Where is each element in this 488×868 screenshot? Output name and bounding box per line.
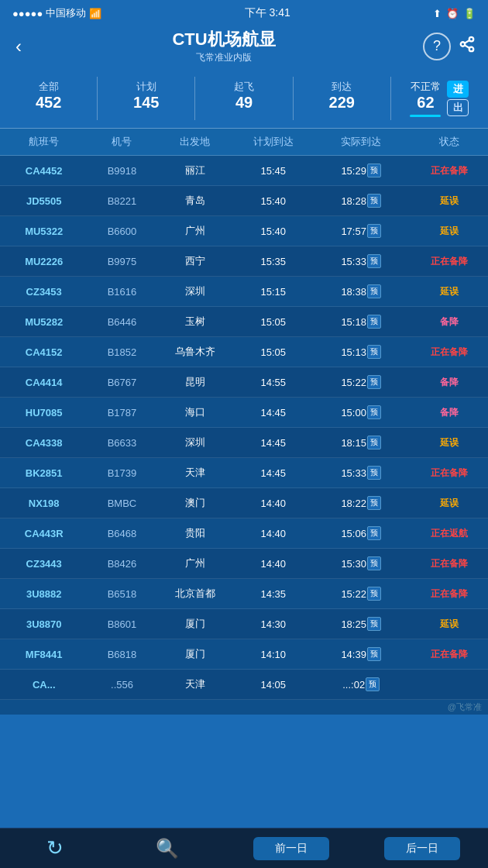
stat-arrive[interactable]: 到达 229: [294, 77, 391, 120]
table-row[interactable]: MF8441 B6818 厦门 14:10 14:39 预 正在备降: [0, 639, 488, 670]
td-plan: 15:05: [234, 346, 312, 358]
table-row[interactable]: CZ3453 B1616 深圳 15:15 18:38 预 延误: [0, 277, 488, 307]
td-status: 延误: [410, 285, 488, 298]
table-row[interactable]: CA4152 B1852 乌鲁木齐 15:05 15:13 预 正在备降: [0, 337, 488, 367]
search-icon: 🔍: [156, 838, 179, 859]
svg-line-3: [465, 45, 469, 48]
table-row[interactable]: MU5282 B6446 玉树 15:05 15:18 预 备降: [0, 307, 488, 337]
actual-time: 18:25: [341, 618, 366, 630]
td-plane: B6446: [88, 316, 156, 328]
td-status: 正在备降: [410, 587, 488, 601]
td-actual: 15:00 预: [312, 405, 410, 419]
next-day-button[interactable]: 后一日: [384, 837, 460, 860]
td-actual: 17:57 预: [312, 224, 410, 238]
table-row[interactable]: CA4452 B9918 丽江 15:45 15:29 预 正在备降: [0, 156, 488, 186]
flight-table: CA4452 B9918 丽江 15:45 15:29 预 正在备降 JD550…: [0, 156, 488, 700]
td-status: 延误: [410, 436, 488, 450]
svg-line-4: [465, 40, 469, 43]
table-row[interactable]: CZ3443 B8426 广州 14:40 15:30 预 正在备降: [0, 549, 488, 579]
app-subtitle: 飞常准业内版: [25, 51, 423, 64]
est-badge: 预: [367, 315, 381, 329]
stat-abnormal-value: 62: [410, 94, 441, 112]
td-plane: B8426: [88, 558, 156, 570]
stat-depart-label: 起飞: [195, 80, 292, 94]
actual-time: ...:02: [342, 679, 365, 691]
td-origin: 广州: [156, 556, 235, 570]
share-button[interactable]: [459, 36, 476, 57]
back-button[interactable]: ‹: [12, 33, 25, 60]
est-badge: 预: [367, 345, 381, 359]
td-flight: MF8441: [0, 649, 88, 660]
td-actual: 18:22 预: [312, 496, 410, 510]
refresh-button[interactable]: ↻: [28, 830, 82, 866]
td-flight: MU5282: [0, 316, 88, 328]
table-row[interactable]: 3U8882 B6518 北京首都 14:35 15:22 预 正在备降: [0, 579, 488, 609]
td-status: 延误: [410, 195, 488, 208]
td-status: 延误: [410, 225, 488, 238]
table-row[interactable]: CA4414 B6767 昆明 14:55 15:22 预 备降: [0, 367, 488, 398]
actual-time: 15:18: [341, 316, 366, 328]
stat-all[interactable]: 全部 452: [0, 77, 98, 120]
est-badge: 预: [367, 587, 381, 601]
td-flight: HU7085: [0, 407, 88, 418]
table-row[interactable]: CA... ..556 天津 14:05 ...:02 预: [0, 670, 488, 700]
td-plan: 15:40: [234, 226, 312, 237]
stat-plan[interactable]: 计划 145: [98, 77, 195, 120]
prev-day-button[interactable]: 前一日: [253, 837, 329, 860]
td-actual: 18:15 预: [312, 436, 410, 450]
help-button[interactable]: ?: [423, 33, 451, 60]
actual-time: 15:22: [341, 588, 366, 600]
table-row[interactable]: CA4338 B6633 深圳 14:45 18:15 预 延误: [0, 428, 488, 458]
td-actual: 14:39 预: [312, 647, 410, 661]
th-plane: 机号: [88, 135, 156, 149]
td-plane: ..556: [88, 679, 156, 691]
status-left: ●●●●● 中国移动 📶: [12, 6, 101, 20]
table-row[interactable]: JD5505 B8221 青岛 15:40 18:28 预 延误: [0, 186, 488, 216]
header-title-block: CTU机场航显 飞常准业内版: [25, 28, 423, 64]
table-row[interactable]: MU5322 B6600 广州 15:40 17:57 预 延误: [0, 216, 488, 246]
stat-depart-value: 49: [195, 94, 292, 112]
header: ‹ CTU机场航显 飞常准业内版 ?: [0, 23, 488, 72]
td-status: 正在备降: [410, 255, 488, 268]
search-button[interactable]: 🔍: [137, 832, 198, 866]
stat-arrive-value: 229: [294, 94, 390, 112]
td-actual: 18:25 预: [312, 617, 410, 631]
td-flight: NX198: [0, 498, 88, 509]
stat-depart[interactable]: 起飞 49: [195, 77, 293, 120]
table-row[interactable]: CA443R B6468 贵阳 14:40 15:06 预 正在返航: [0, 518, 488, 549]
toggle-inbound[interactable]: 进: [447, 81, 469, 98]
stat-all-label: 全部: [0, 80, 97, 94]
table-row[interactable]: MU2226 B9975 西宁 15:35 15:33 预 正在备降: [0, 246, 488, 277]
est-badge: 预: [367, 556, 381, 570]
td-origin: 厦门: [156, 647, 235, 661]
est-badge: 预: [367, 254, 381, 268]
td-origin: 广州: [156, 224, 235, 238]
stat-abnormal[interactable]: 不正常 62 进 出: [391, 77, 488, 120]
toggle-outbound[interactable]: 出: [447, 99, 469, 116]
td-flight: CA4414: [0, 377, 88, 388]
table-row[interactable]: 3U8870 B8601 厦门 14:30 18:25 预 延误: [0, 609, 488, 639]
est-badge: 预: [367, 405, 381, 419]
td-status: 备降: [410, 406, 488, 419]
status-time: 下午 3:41: [245, 6, 290, 20]
td-plane: BMBC: [88, 498, 156, 509]
td-plan: 15:35: [234, 256, 312, 267]
td-flight: CA4338: [0, 437, 88, 449]
table-row[interactable]: NX198 BMBC 澳门 14:40 18:22 预 延误: [0, 488, 488, 518]
td-flight: 3U8882: [0, 588, 88, 600]
td-flight: MU5322: [0, 226, 88, 237]
td-flight: 3U8870: [0, 618, 88, 630]
td-origin: 深圳: [156, 436, 235, 450]
th-status: 状态: [410, 135, 488, 149]
td-plane: B6468: [88, 528, 156, 539]
td-actual: 15:33 预: [312, 254, 410, 268]
td-plan: 14:55: [234, 377, 312, 388]
wifi-icon: 📶: [89, 8, 101, 19]
td-actual: 15:22 预: [312, 587, 410, 601]
actual-time: 18:22: [341, 498, 366, 509]
table-row[interactable]: HU7085 B1787 海口 14:45 15:00 预 备降: [0, 398, 488, 428]
est-badge: 预: [367, 647, 381, 661]
table-row[interactable]: BK2851 B1739 天津 14:45 15:33 预 正在备降: [0, 458, 488, 488]
td-status: 正在备降: [410, 346, 488, 359]
td-plane: B8601: [88, 618, 156, 630]
